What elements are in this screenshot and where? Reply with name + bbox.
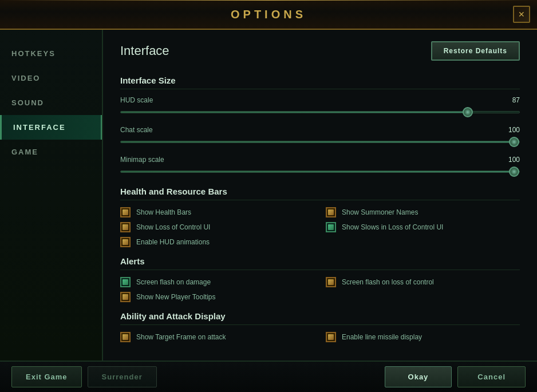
checkbox-enable-line-missile-label: Enable line missile display	[342, 333, 422, 341]
cancel-button[interactable]: Cancel	[457, 366, 526, 387]
chat-scale-thumb[interactable]	[509, 137, 519, 147]
sidebar-item-interface[interactable]: INTERFACE	[0, 115, 102, 140]
checkbox-show-summoner-names[interactable]: Show Summoner Names	[326, 207, 520, 217]
minimap-scale-track	[120, 171, 520, 173]
checkbox-screen-flash-loss-control-label: Screen flash on loss of control	[342, 278, 434, 286]
section-title: Interface	[120, 43, 169, 58]
checkbox-show-target-frame-label: Show Target Frame on attack	[136, 333, 226, 341]
sidebar-item-video[interactable]: VIDEO	[0, 66, 102, 90]
surrender-button[interactable]: Surrender	[88, 366, 157, 387]
health-bars-heading: Health and Resource Bars	[120, 187, 520, 200]
chat-scale-fill	[121, 141, 519, 142]
checkbox-show-slows[interactable]: Show Slows in Loss of Control UI	[326, 222, 520, 232]
health-bars-grid: Show Health Bars Show Summoner Names Sho…	[120, 207, 520, 247]
minimap-scale-thumb[interactable]	[509, 167, 519, 177]
checkbox-show-loss-control[interactable]: Show Loss of Control UI	[120, 222, 314, 232]
hud-scale-slider[interactable]	[120, 106, 520, 118]
exit-game-button[interactable]: Exit Game	[11, 366, 82, 387]
bottom-right-buttons: Okay Cancel	[385, 366, 526, 387]
title-bar: OPTIONS ✕	[0, 0, 537, 30]
checkbox-show-slows-box[interactable]	[326, 222, 336, 232]
okay-button[interactable]: Okay	[385, 366, 452, 387]
chat-scale-slider[interactable]	[120, 136, 520, 148]
checkbox-enable-hud-animations-box[interactable]	[120, 237, 131, 247]
content-area: Interface Restore Defaults Interface Siz…	[103, 30, 537, 361]
hud-scale-track	[120, 111, 520, 113]
checkbox-enable-hud-animations[interactable]: Enable HUD animations	[120, 237, 314, 247]
ability-display-grid: Show Target Frame on attack Enable line …	[120, 332, 520, 342]
checkbox-show-health-bars-box[interactable]	[120, 207, 131, 217]
checkbox-show-summoner-names-label: Show Summoner Names	[342, 208, 418, 216]
ability-display-heading: Ability and Attack Display	[120, 311, 520, 325]
sidebar-item-sound[interactable]: SOUND	[0, 90, 102, 115]
content-header: Interface Restore Defaults	[103, 30, 537, 66]
checkbox-show-target-frame-box[interactable]	[120, 332, 131, 342]
sidebar: HOTKEYS VIDEO SOUND INTERFACE GAME	[0, 30, 103, 361]
hud-scale-fill	[121, 112, 468, 113]
restore-defaults-button[interactable]: Restore Defaults	[431, 41, 520, 61]
checkbox-show-target-frame[interactable]: Show Target Frame on attack	[120, 332, 314, 342]
sidebar-item-hotkeys[interactable]: HOTKEYS	[0, 41, 102, 66]
minimap-scale-value: 100	[503, 156, 520, 164]
minimap-scale-row: Minimap scale 100	[120, 156, 520, 164]
checkbox-show-slows-label: Show Slows in Loss of Control UI	[342, 223, 443, 231]
chat-scale-value: 100	[503, 126, 520, 134]
chat-scale-label: Chat scale	[120, 126, 153, 134]
alerts-grid: Screen flash on damage Screen flash on l…	[120, 277, 520, 302]
content-scroll[interactable]: Interface Size HUD scale 87 Chat scale 1…	[103, 66, 537, 361]
checkbox-screen-flash-damage-box[interactable]	[120, 277, 131, 287]
checkbox-screen-flash-loss-control-box[interactable]	[326, 277, 336, 287]
minimap-scale-slider[interactable]	[120, 166, 520, 177]
checkbox-screen-flash-loss-control[interactable]: Screen flash on loss of control	[326, 277, 520, 287]
checkbox-show-health-bars[interactable]: Show Health Bars	[120, 207, 314, 217]
checkbox-enable-line-missile-box[interactable]	[326, 332, 336, 342]
hud-scale-row: HUD scale 87	[120, 96, 520, 104]
window-title: OPTIONS	[231, 8, 306, 21]
checkbox-screen-flash-damage-label: Screen flash on damage	[136, 278, 211, 286]
bottom-bar: Exit Game Surrender Okay Cancel	[0, 361, 537, 392]
checkbox-show-new-player-tooltips-box[interactable]	[120, 292, 131, 302]
checkbox-enable-line-missile[interactable]: Enable line missile display	[326, 332, 520, 342]
hud-scale-label: HUD scale	[120, 96, 153, 104]
checkbox-show-new-player-tooltips[interactable]: Show New Player Tooltips	[120, 292, 314, 302]
close-button[interactable]: ✕	[513, 6, 530, 23]
chat-scale-row: Chat scale 100	[120, 126, 520, 134]
chat-scale-track	[120, 141, 520, 143]
checkbox-enable-hud-animations-label: Enable HUD animations	[136, 238, 210, 246]
sidebar-item-game[interactable]: GAME	[0, 140, 102, 164]
main-layout: HOTKEYS VIDEO SOUND INTERFACE GAME Inter…	[0, 30, 537, 361]
interface-size-heading: Interface Size	[120, 76, 520, 89]
minimap-scale-fill	[121, 171, 519, 172]
hud-scale-thumb[interactable]	[463, 107, 473, 117]
alerts-heading: Alerts	[120, 256, 520, 270]
hud-scale-value: 87	[503, 96, 520, 104]
minimap-scale-label: Minimap scale	[120, 156, 164, 164]
checkbox-show-health-bars-label: Show Health Bars	[136, 208, 191, 216]
checkbox-show-new-player-tooltips-label: Show New Player Tooltips	[136, 293, 216, 301]
checkbox-show-summoner-names-box[interactable]	[326, 207, 336, 217]
checkbox-show-loss-control-box[interactable]	[120, 222, 131, 232]
checkbox-show-loss-control-label: Show Loss of Control UI	[136, 223, 210, 231]
checkbox-screen-flash-damage[interactable]: Screen flash on damage	[120, 277, 314, 287]
